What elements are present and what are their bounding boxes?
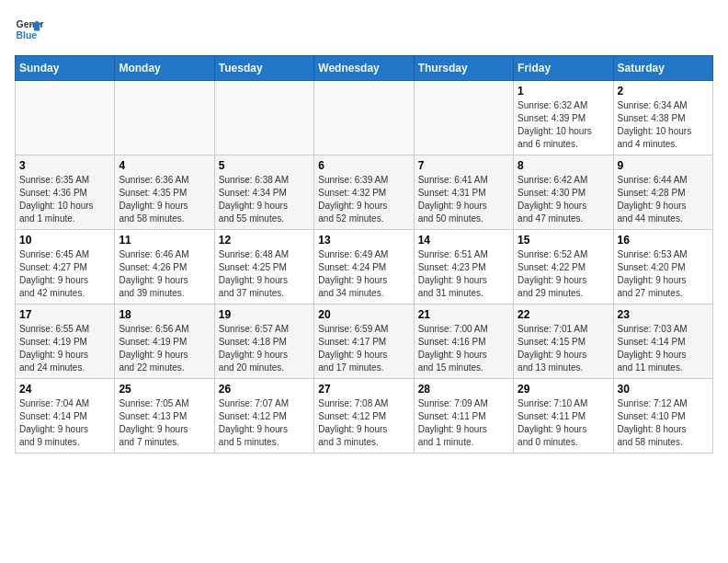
calendar-cell [314,81,414,155]
calendar-cell: 27Sunrise: 7:08 AMSunset: 4:12 PMDayligh… [314,379,414,454]
day-info: Sunrise: 6:59 AMSunset: 4:17 PMDaylight:… [318,323,409,374]
calendar-week-4: 17Sunrise: 6:55 AMSunset: 4:19 PMDayligh… [16,304,713,379]
header: General Blue [15,15,713,44]
calendar-cell: 10Sunrise: 6:45 AMSunset: 4:27 PMDayligh… [16,230,115,304]
calendar-cell: 30Sunrise: 7:12 AMSunset: 4:10 PMDayligh… [613,379,712,454]
calendar-cell: 4Sunrise: 6:36 AMSunset: 4:35 PMDaylight… [115,155,214,230]
day-number: 16 [618,234,709,247]
day-info: Sunrise: 6:39 AMSunset: 4:32 PMDaylight:… [318,174,409,225]
calendar-cell: 18Sunrise: 6:56 AMSunset: 4:19 PMDayligh… [115,304,214,379]
day-number: 14 [418,234,509,247]
calendar-cell: 14Sunrise: 6:51 AMSunset: 4:23 PMDayligh… [414,230,513,304]
day-info: Sunrise: 6:34 AMSunset: 4:38 PMDaylight:… [618,99,709,151]
calendar-cell: 26Sunrise: 7:07 AMSunset: 4:12 PMDayligh… [214,379,313,454]
day-info: Sunrise: 6:32 AMSunset: 4:39 PMDaylight:… [518,99,609,151]
calendar-cell: 9Sunrise: 6:44 AMSunset: 4:28 PMDaylight… [613,155,712,230]
logo: General Blue [15,15,44,44]
calendar-cell [16,81,115,155]
calendar-cell: 23Sunrise: 7:03 AMSunset: 4:14 PMDayligh… [613,304,712,379]
day-info: Sunrise: 6:55 AMSunset: 4:19 PMDaylight:… [19,323,110,374]
day-number: 22 [518,308,609,321]
day-info: Sunrise: 7:00 AMSunset: 4:16 PMDaylight:… [418,323,509,374]
day-info: Sunrise: 7:08 AMSunset: 4:12 PMDaylight:… [318,397,409,449]
day-number: 17 [19,308,110,321]
calendar-cell: 15Sunrise: 6:52 AMSunset: 4:22 PMDayligh… [514,230,613,304]
day-info: Sunrise: 6:38 AMSunset: 4:34 PMDaylight:… [219,174,310,225]
weekday-header-friday: Friday [514,56,613,81]
day-info: Sunrise: 6:56 AMSunset: 4:19 PMDaylight:… [119,323,210,374]
day-info: Sunrise: 6:41 AMSunset: 4:31 PMDaylight:… [418,174,509,225]
day-info: Sunrise: 7:07 AMSunset: 4:12 PMDaylight:… [219,397,310,449]
calendar-week-3: 10Sunrise: 6:45 AMSunset: 4:27 PMDayligh… [16,230,713,304]
day-info: Sunrise: 6:51 AMSunset: 4:23 PMDaylight:… [418,248,509,300]
calendar-cell: 22Sunrise: 7:01 AMSunset: 4:15 PMDayligh… [514,304,613,379]
calendar-cell: 17Sunrise: 6:55 AMSunset: 4:19 PMDayligh… [16,304,115,379]
day-info: Sunrise: 6:44 AMSunset: 4:28 PMDaylight:… [618,174,709,225]
day-number: 6 [318,159,409,172]
day-info: Sunrise: 6:52 AMSunset: 4:22 PMDaylight:… [518,248,609,300]
day-number: 27 [318,383,409,396]
day-info: Sunrise: 7:04 AMSunset: 4:14 PMDaylight:… [19,397,110,449]
weekday-header-wednesday: Wednesday [314,56,414,81]
calendar-cell: 19Sunrise: 6:57 AMSunset: 4:18 PMDayligh… [214,304,313,379]
day-info: Sunrise: 6:57 AMSunset: 4:18 PMDaylight:… [219,323,310,374]
weekday-header-thursday: Thursday [414,56,513,81]
day-number: 2 [618,85,709,98]
logo-icon: General Blue [15,15,44,44]
calendar-cell: 20Sunrise: 6:59 AMSunset: 4:17 PMDayligh… [314,304,414,379]
weekday-header-saturday: Saturday [613,56,712,81]
day-number: 8 [518,159,609,172]
calendar-cell: 16Sunrise: 6:53 AMSunset: 4:20 PMDayligh… [613,230,712,304]
calendar-cell: 29Sunrise: 7:10 AMSunset: 4:11 PMDayligh… [514,379,613,454]
weekday-header-monday: Monday [115,56,214,81]
calendar-cell: 28Sunrise: 7:09 AMSunset: 4:11 PMDayligh… [414,379,513,454]
day-number: 3 [19,159,110,172]
calendar-cell: 13Sunrise: 6:49 AMSunset: 4:24 PMDayligh… [314,230,414,304]
calendar-week-5: 24Sunrise: 7:04 AMSunset: 4:14 PMDayligh… [16,379,713,454]
day-info: Sunrise: 7:03 AMSunset: 4:14 PMDaylight:… [618,323,709,374]
calendar-cell: 5Sunrise: 6:38 AMSunset: 4:34 PMDaylight… [214,155,313,230]
day-info: Sunrise: 6:46 AMSunset: 4:26 PMDaylight:… [119,248,210,300]
weekday-header-tuesday: Tuesday [214,56,313,81]
calendar-week-1: 1Sunrise: 6:32 AMSunset: 4:39 PMDaylight… [16,81,713,155]
day-info: Sunrise: 7:10 AMSunset: 4:11 PMDaylight:… [518,397,609,449]
calendar-cell [214,81,313,155]
day-number: 24 [19,383,110,396]
weekday-header-row: SundayMondayTuesdayWednesdayThursdayFrid… [16,56,713,81]
day-number: 26 [219,383,310,396]
day-info: Sunrise: 7:01 AMSunset: 4:15 PMDaylight:… [518,323,609,374]
day-number: 13 [318,234,409,247]
day-info: Sunrise: 6:42 AMSunset: 4:30 PMDaylight:… [518,174,609,225]
day-info: Sunrise: 6:48 AMSunset: 4:25 PMDaylight:… [219,248,310,300]
calendar-cell [414,81,513,155]
day-number: 19 [219,308,310,321]
calendar-cell: 11Sunrise: 6:46 AMSunset: 4:26 PMDayligh… [115,230,214,304]
calendar-cell: 8Sunrise: 6:42 AMSunset: 4:30 PMDaylight… [514,155,613,230]
day-info: Sunrise: 6:35 AMSunset: 4:36 PMDaylight:… [19,174,110,225]
day-number: 4 [119,159,210,172]
day-number: 15 [518,234,609,247]
calendar-cell: 7Sunrise: 6:41 AMSunset: 4:31 PMDaylight… [414,155,513,230]
calendar-cell: 24Sunrise: 7:04 AMSunset: 4:14 PMDayligh… [16,379,115,454]
day-number: 29 [518,383,609,396]
day-number: 25 [119,383,210,396]
day-number: 7 [418,159,509,172]
day-info: Sunrise: 6:45 AMSunset: 4:27 PMDaylight:… [19,248,110,300]
day-number: 21 [418,308,509,321]
day-number: 12 [219,234,310,247]
calendar-cell: 2Sunrise: 6:34 AMSunset: 4:38 PMDaylight… [613,81,712,155]
day-number: 30 [618,383,709,396]
day-number: 1 [518,85,609,98]
calendar-cell: 21Sunrise: 7:00 AMSunset: 4:16 PMDayligh… [414,304,513,379]
day-number: 5 [219,159,310,172]
day-number: 10 [19,234,110,247]
calendar-cell: 12Sunrise: 6:48 AMSunset: 4:25 PMDayligh… [214,230,313,304]
svg-text:Blue: Blue [17,30,38,40]
calendar-week-2: 3Sunrise: 6:35 AMSunset: 4:36 PMDaylight… [16,155,713,230]
day-number: 23 [618,308,709,321]
day-info: Sunrise: 7:12 AMSunset: 4:10 PMDaylight:… [618,397,709,449]
day-info: Sunrise: 7:09 AMSunset: 4:11 PMDaylight:… [418,397,509,449]
day-number: 9 [618,159,709,172]
day-info: Sunrise: 6:49 AMSunset: 4:24 PMDaylight:… [318,248,409,300]
calendar-cell [115,81,214,155]
